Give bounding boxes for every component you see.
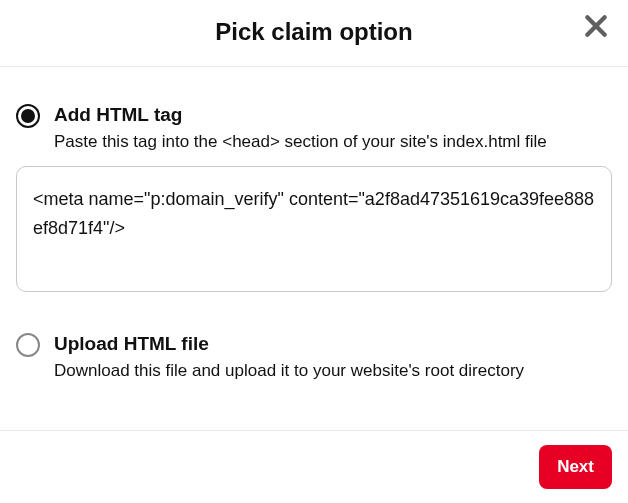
dialog-title: Pick claim option [215, 18, 412, 46]
option-add-html-tag[interactable]: Add HTML tag Paste this tag into the <he… [16, 103, 612, 154]
dialog-header: Pick claim option [0, 0, 628, 67]
meta-tag-code-box[interactable]: <meta name="p:domain_verify" content="a2… [16, 166, 612, 292]
close-button[interactable] [578, 8, 614, 44]
radio-upload-html-file[interactable] [16, 333, 40, 357]
close-icon [583, 13, 609, 39]
option-description: Download this file and upload it to your… [54, 359, 612, 384]
option-upload-html-file[interactable]: Upload HTML file Download this file and … [0, 332, 628, 383]
option-title: Add HTML tag [54, 103, 612, 128]
option-title: Upload HTML file [54, 332, 612, 357]
radio-add-html-tag[interactable] [16, 104, 40, 128]
next-button[interactable]: Next [539, 445, 612, 489]
option-body: Add HTML tag Paste this tag into the <he… [54, 103, 612, 154]
option-body: Upload HTML file Download this file and … [54, 332, 612, 383]
dialog-footer: Next [0, 430, 628, 503]
dialog-content: Add HTML tag Paste this tag into the <he… [0, 67, 628, 154]
option-description: Paste this tag into the <head> section o… [54, 130, 612, 155]
